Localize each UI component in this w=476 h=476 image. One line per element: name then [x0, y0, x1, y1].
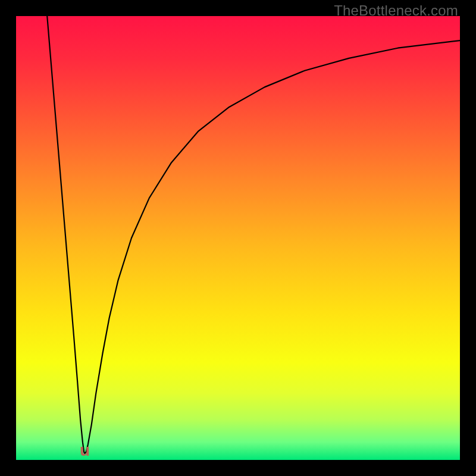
optimum-u-marker: u [80, 442, 90, 459]
plot-area: u [16, 16, 460, 460]
bottleneck-curve [16, 16, 460, 460]
watermark-label: TheBottleneck.com [334, 2, 458, 19]
chart-frame: u TheBottleneck.com [0, 0, 476, 476]
